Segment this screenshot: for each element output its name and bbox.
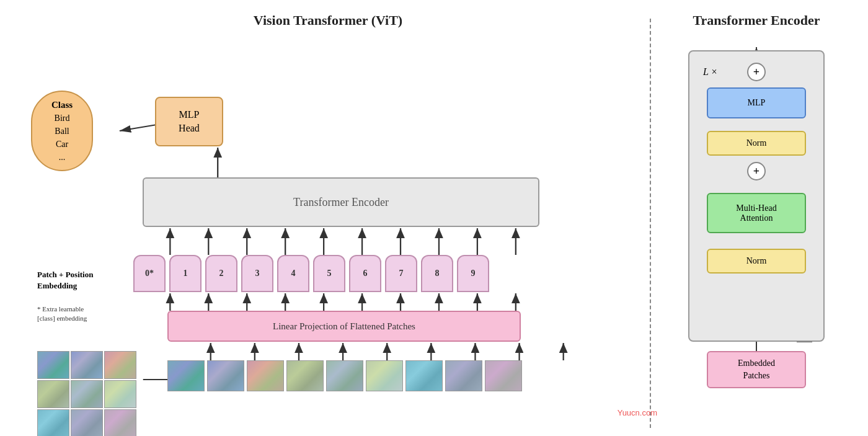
token-9: 9 [457, 255, 489, 292]
enc-plus2: + [747, 63, 766, 81]
enc-mha-block: Multi-HeadAttention [707, 193, 806, 233]
patch-pos-label: Patch + PositionEmbedding [37, 269, 124, 291]
token-1: 1 [169, 255, 202, 292]
transformer-encoder-label: Transformer Encoder [293, 196, 389, 209]
linear-proj-label: Linear Projection of Flattened Patches [273, 321, 415, 332]
class-item-bird: Bird [55, 112, 70, 125]
patch-img-2 [207, 360, 244, 391]
tokens-row: 0* 1 2 3 4 5 6 7 8 9 [133, 255, 489, 292]
mlp-head-box: MLPHead [155, 97, 223, 146]
watermark: Yuucn.com [618, 408, 657, 417]
main-container: Vision Transformer (ViT) [0, 0, 868, 436]
class-title: Class [51, 98, 73, 112]
encoder-panel: Transformer Encoder [657, 6, 856, 430]
src-patch-3 [104, 351, 136, 379]
enc-norm2-block: Norm [707, 131, 806, 156]
token-3: 3 [241, 255, 273, 292]
token-4: 4 [277, 255, 309, 292]
class-item-ball: Ball [55, 125, 69, 138]
src-patch-8 [71, 409, 103, 436]
enc-mlp-block: MLP [707, 87, 806, 118]
mha-label: Multi-HeadAttention [736, 203, 776, 223]
src-patch-1 [37, 351, 69, 379]
section-divider [650, 19, 651, 428]
patch-img-5 [326, 360, 363, 391]
patch-img-9 [485, 360, 522, 391]
plus2-label: + [753, 66, 760, 79]
linear-proj-box: Linear Projection of Flattened Patches [167, 311, 521, 342]
patch-img-3 [247, 360, 284, 391]
token-5: 5 [313, 255, 345, 292]
embedded-patches-label: EmbeddedPatches [738, 357, 775, 381]
encoder-diagram: L × + MLP Norm + Multi-HeadAttention [676, 38, 837, 398]
patches-row [167, 360, 522, 391]
patch-img-6 [366, 360, 403, 391]
source-image-grid [37, 351, 136, 436]
transformer-encoder-box: Transformer Encoder [143, 177, 539, 227]
class-item-car: Car [56, 138, 68, 151]
patch-img-8 [445, 360, 482, 391]
token-2: 2 [205, 255, 237, 292]
mlp-head-label: MLPHead [179, 108, 200, 136]
token-8: 8 [421, 255, 453, 292]
token-7: 7 [385, 255, 417, 292]
extra-class-note: * Extra learnable[class] embedding [37, 305, 136, 324]
src-patch-2 [71, 351, 103, 379]
norm1-label: Norm [746, 256, 767, 266]
src-patch-9 [104, 409, 136, 436]
encoder-title: Transformer Encoder [670, 12, 843, 29]
src-patch-4 [37, 380, 69, 408]
src-patch-5 [71, 380, 103, 408]
token-0: 0* [133, 255, 166, 292]
patch-img-1 [167, 360, 205, 391]
src-patch-7 [37, 409, 69, 436]
embedded-patches-box: EmbeddedPatches [707, 351, 806, 388]
src-patch-6 [104, 380, 136, 408]
enc-plus1: + [747, 162, 766, 180]
vit-title: Vision Transformer (ViT) [19, 12, 637, 29]
vit-content: Class Bird Ball Car ... MLPHead Transfor… [19, 35, 637, 419]
plus1-label: + [753, 165, 760, 178]
vit-panel: Vision Transformer (ViT) [12, 6, 644, 430]
class-item-dots: ... [59, 151, 66, 164]
class-output-box: Class Bird Ball Car ... [31, 91, 93, 171]
patch-img-7 [405, 360, 443, 391]
mlp-block-label: MLP [748, 98, 766, 108]
enc-norm1-block: Norm [707, 249, 806, 274]
norm2-label: Norm [746, 138, 767, 148]
token-6: 6 [349, 255, 381, 292]
patch-img-4 [286, 360, 324, 391]
lx-label: L × [703, 66, 717, 78]
